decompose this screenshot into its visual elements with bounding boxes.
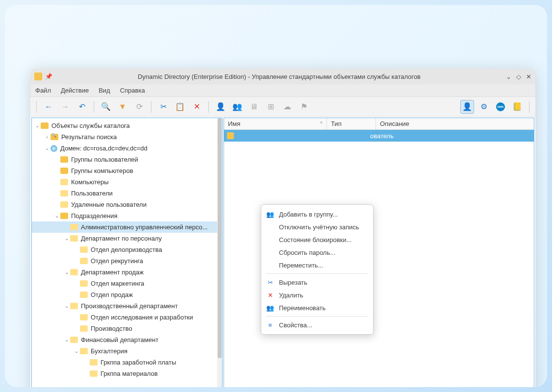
ctx-rename[interactable]: 👥 Переименовать	[261, 301, 373, 314]
folder-icon	[70, 303, 78, 309]
menu-action[interactable]: Действие	[61, 87, 89, 94]
col-type[interactable]: Тип	[327, 118, 376, 129]
tree-dept-hr[interactable]: ⌄ Департамент по персоналу	[32, 233, 222, 244]
folder-icon	[70, 269, 78, 275]
tree-dept-sales[interactable]: ⌄ Департамент продаж	[32, 267, 222, 278]
folder-icon	[80, 246, 88, 253]
minimize-button[interactable]: ⌄	[506, 73, 511, 80]
new-user-icon[interactable]: 👤	[214, 100, 227, 114]
filter-icon[interactable]: ▼	[116, 100, 129, 114]
caret-icon[interactable]: ⌄	[44, 146, 50, 151]
directory-view-icon[interactable]: 👤	[460, 100, 474, 114]
tree-panel[interactable]: ⌄ Объекты службы каталога › Результаты п…	[31, 118, 223, 387]
refresh-icon[interactable]: ⟳	[132, 100, 146, 114]
menu-view[interactable]: Вид	[99, 87, 110, 94]
caret-icon[interactable]: ⌄	[73, 348, 80, 354]
toolbar-separator	[208, 101, 209, 113]
add-group-icon: 👥	[266, 211, 274, 218]
app-icon	[34, 73, 42, 80]
search-icon[interactable]: 🔍	[99, 100, 113, 114]
folder-icon	[41, 122, 49, 129]
tree-domain[interactable]: ⌄ ⊕ Домен: dc=rosa,dc=dev,dc=dd	[32, 143, 222, 154]
folder-icon	[80, 348, 88, 354]
caret-icon[interactable]: ⌄	[63, 270, 70, 275]
tree-dept-marketing[interactable]: Отдел маркетинга	[32, 278, 222, 289]
scrollbar-thumb[interactable]	[218, 118, 222, 358]
ctx-cut[interactable]: ✂ Вырезать	[261, 276, 373, 289]
tree-dept-recruit[interactable]: Отдел рекрутинга	[32, 255, 222, 267]
page-background: 📌 Dynamic Directory (Enterprise Edition)…	[5, 5, 547, 387]
toolbar: ← → ↶ 🔍 ▼ ⟳ ✂ 📋 ✕ 👤 👥 🖥 ⊞ ☁ ⚑ 👤 ⚙ DNS 📒	[30, 97, 535, 117]
tree-user-groups[interactable]: Группы пользователей	[32, 154, 222, 165]
tree-dept-fin[interactable]: ⌄ Финансовый департамент	[32, 334, 222, 345]
grid-icon[interactable]: ⊞	[264, 100, 277, 114]
tree-users[interactable]: Пользователи	[32, 188, 222, 199]
tree-dept-records[interactable]: Отдел делопризводства	[32, 244, 222, 255]
folder-icon	[70, 235, 78, 242]
policy-icon[interactable]: 📒	[510, 100, 524, 114]
caret-icon[interactable]: ›	[44, 134, 50, 140]
close-button[interactable]: ✕	[526, 73, 531, 80]
ctx-lock-state[interactable]: Состояние блокировки...	[261, 233, 373, 246]
col-name[interactable]: Имя ^	[224, 118, 327, 129]
titlebar: 📌 Dynamic Directory (Enterprise Edition)…	[30, 69, 535, 84]
ctx-disable-account[interactable]: Отключить учётную запись	[261, 220, 373, 233]
tree-dept-prod[interactable]: ⌄ Производственный департамент	[32, 300, 222, 312]
dns-icon[interactable]: DNS	[494, 100, 507, 114]
col-desc[interactable]: Описание	[376, 118, 534, 129]
tree-scrollbar[interactable]	[217, 118, 222, 387]
ctx-delete[interactable]: ✕ Удалить	[261, 289, 373, 301]
caret-icon[interactable]: ⌄	[63, 236, 70, 241]
domain-icon: ⊕	[50, 145, 57, 152]
tree-deleted-users[interactable]: Удаленные пользователи	[32, 199, 222, 210]
tree-ous[interactable]: ⌄ Подразделения	[32, 210, 222, 221]
menu-help[interactable]: Справка	[120, 87, 145, 94]
sites-icon[interactable]: ⚙	[477, 100, 491, 114]
caret-icon[interactable]: ⌄	[63, 303, 70, 309]
maximize-button[interactable]: ◇	[516, 73, 521, 80]
tree-dept-sales2[interactable]: Отдел продаж	[32, 289, 222, 300]
back-button[interactable]: ←	[42, 100, 55, 114]
caret-icon[interactable]: ⌄	[34, 123, 41, 128]
tree-dept-materials[interactable]: Гркппа материалов	[32, 368, 222, 379]
new-group-icon[interactable]: 👥	[230, 100, 244, 114]
menubar: Файл Действие Вид Справка	[30, 84, 535, 97]
window-title: Dynamic Directory (Enterprise Edition) -…	[52, 73, 506, 80]
delete-icon[interactable]: ✕	[190, 100, 203, 114]
ctx-reset-password[interactable]: Сбросить пароль...	[261, 246, 373, 259]
properties-icon: ≡	[266, 321, 274, 329]
folder-icon	[70, 337, 78, 343]
cut-icon[interactable]: ✂	[156, 100, 170, 114]
tree-root[interactable]: ⌄ Объекты службы каталога	[32, 120, 222, 131]
flag-icon[interactable]: ⚑	[297, 100, 311, 114]
pin-icon[interactable]: 📌	[45, 73, 52, 80]
undo-button[interactable]: ↶	[75, 100, 89, 114]
tree-dept-acc[interactable]: ⌄ Бухгалтерия	[32, 345, 222, 357]
tree-dept-manuf[interactable]: Производство	[32, 323, 222, 334]
tree-search-results[interactable]: › Результаты поиска	[32, 131, 222, 143]
tree-dept-payroll[interactable]: Гркппа заработной платы	[32, 357, 222, 368]
list-header: Имя ^ Тип Описание	[224, 118, 534, 130]
folder-icon	[80, 325, 88, 332]
caret-icon[interactable]: ⌄	[63, 337, 70, 343]
tree-comp-groups[interactable]: Группы компьютеров	[32, 165, 222, 176]
folder-icon	[60, 213, 68, 219]
folder-icon	[80, 258, 88, 264]
new-computer-icon[interactable]: 🖥	[247, 100, 261, 114]
ctx-properties[interactable]: ≡ Свойства...	[261, 318, 373, 331]
caret-icon[interactable]: ⌄	[53, 213, 60, 219]
ctx-move[interactable]: Переместить...	[261, 259, 373, 271]
menu-file[interactable]: Файл	[35, 87, 51, 94]
paste-icon[interactable]: 📋	[173, 100, 187, 114]
forward-button[interactable]: →	[58, 100, 72, 114]
folder-icon	[70, 224, 78, 230]
tree-computers[interactable]: Компьютеры	[32, 176, 222, 188]
toolbar-separator	[529, 101, 529, 113]
tree-dept-rnd[interactable]: Отдел исследования и разработки	[32, 312, 222, 323]
ctx-add-to-group[interactable]: 👥 Добавить в группу...	[261, 208, 373, 220]
new-ou-icon[interactable]: ☁	[280, 100, 294, 114]
tree-ou-admin[interactable]: Алминистратовно управленческий персо...	[32, 221, 222, 233]
folder-icon	[60, 156, 68, 163]
menu-separator	[266, 316, 368, 317]
list-row-selected[interactable]: ователь	[224, 130, 534, 142]
